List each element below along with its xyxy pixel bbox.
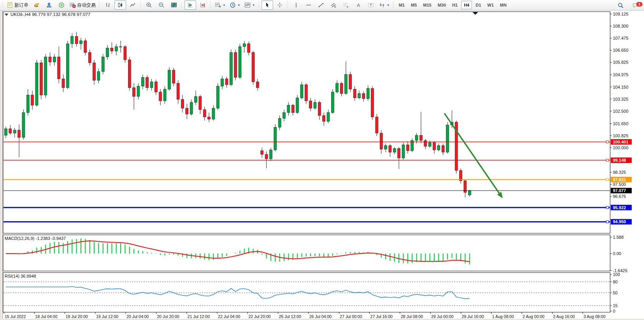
text-label-button[interactable]: T (365, 0, 377, 10)
zoom-in-button[interactable] (143, 0, 155, 10)
svg-text:103.325: 103.325 (613, 97, 628, 101)
dropdown-caret-icon: ▼ (252, 3, 255, 7)
svg-text:F: F (347, 6, 348, 9)
svg-text:108.300: 108.300 (613, 24, 628, 28)
dropdown-caret-icon: ▼ (223, 3, 226, 7)
candle (119, 47, 122, 47)
candle (71, 36, 74, 44)
arrows-button[interactable]: ▼ (377, 0, 391, 10)
candle (212, 108, 215, 119)
candle (353, 89, 356, 98)
charts-gold-button[interactable] (31, 0, 42, 10)
svg-text:18 Jul 20:00: 18 Jul 20:00 (66, 314, 88, 319)
price-chart-svg: 109.125108.300107.475106.650105.825104.9… (0, 10, 644, 320)
svg-text:19 Jul 12:00: 19 Jul 12:00 (96, 314, 118, 319)
svg-text:97.500: 97.500 (613, 182, 626, 187)
shapes-icon (379, 2, 385, 8)
candle (203, 110, 206, 117)
candle (300, 85, 303, 98)
candlestick-icon (117, 2, 123, 8)
candle (384, 145, 387, 149)
timeframe-m30-button[interactable]: M30 (435, 1, 449, 9)
candle (402, 145, 405, 158)
svg-text:104.150: 104.150 (613, 85, 628, 89)
candle (186, 108, 188, 114)
timeframe-h4-button[interactable]: H4 (461, 1, 472, 9)
horizontal-line-button[interactable] (303, 0, 314, 10)
algo-trading-button[interactable]: 自动交易 (68, 0, 97, 10)
main-plot-frame (3, 12, 610, 233)
candle (137, 86, 140, 96)
indicators-button[interactable]: ▼ (213, 0, 227, 10)
candle (239, 47, 241, 77)
signals-button[interactable] (56, 0, 67, 10)
svg-text:100: 100 (613, 272, 620, 277)
candle (243, 44, 246, 47)
text-button[interactable]: A (353, 0, 364, 10)
notifications-button[interactable]: 1 (630, 1, 641, 10)
community-button[interactable] (43, 0, 55, 10)
svg-text:3 Aug 08:00: 3 Aug 08:00 (584, 314, 605, 319)
svg-text:29 Jul 16:00: 29 Jul 16:00 (462, 314, 484, 319)
candle (367, 88, 369, 98)
timeframe-m1-button[interactable]: M1 (396, 1, 407, 9)
trendline-button[interactable] (315, 0, 327, 10)
candle (380, 133, 383, 149)
timeframe-d1-button[interactable]: D1 (473, 1, 484, 9)
candle (287, 105, 290, 113)
candle (305, 85, 307, 101)
candle (172, 70, 175, 83)
zoom-out-button[interactable] (156, 0, 167, 10)
candle (424, 140, 427, 146)
candle (234, 52, 237, 77)
timeframe-w1-button[interactable]: W1 (484, 1, 497, 9)
bar-chart-icon (105, 2, 111, 8)
svg-text:25 Jul 12:00: 25 Jul 12:00 (279, 314, 301, 319)
hline-icon (305, 2, 312, 8)
timeframe-mn-button[interactable]: MN (497, 1, 509, 9)
new-order-button-label: 新订单 (14, 2, 28, 9)
candle (274, 127, 277, 150)
auto-scroll-button[interactable] (184, 0, 196, 10)
svg-text:UKOil-,H4 96.779 97.132 96.67: UKOil-,H4 96.779 97.132 96.678 97.077 (11, 12, 90, 17)
svg-text:95.922: 95.922 (613, 205, 626, 210)
bar-chart-button[interactable] (102, 0, 114, 10)
candle (270, 150, 272, 159)
line-chart-button[interactable] (127, 0, 139, 10)
search-icon (618, 2, 624, 9)
equidistant-channel-button[interactable]: E (328, 0, 339, 10)
candlestick-button[interactable] (114, 0, 126, 10)
svg-text:104.975: 104.975 (613, 72, 628, 77)
templates-button[interactable]: ▼ (243, 0, 257, 10)
tile-windows-button[interactable] (168, 0, 180, 10)
candle (468, 191, 471, 195)
toolbar-right: 1 (614, 0, 642, 10)
chart-shift-button[interactable] (197, 0, 209, 10)
candle (216, 86, 219, 108)
toolbar-grip (287, 2, 288, 9)
main-toolbar: 新订单自动交易▼▼▼EFAT▼M1M5M15M30H1H4D1W1MN1 (0, 0, 644, 10)
notification-badge: 1 (636, 2, 643, 7)
toolbar-grip (181, 2, 182, 9)
fibonacci-button[interactable]: F (340, 0, 352, 10)
search-button[interactable] (615, 1, 626, 10)
candle (247, 44, 250, 52)
periods-button[interactable]: ▼ (228, 0, 242, 10)
candle (256, 82, 259, 87)
cursor-button[interactable] (261, 0, 273, 10)
svg-text:E: E (334, 5, 336, 8)
crosshair-button[interactable] (274, 0, 286, 10)
svg-text:107.475: 107.475 (613, 36, 628, 40)
timeframe-m15-button[interactable]: M15 (420, 1, 434, 9)
timeframe-h1-button[interactable]: H1 (449, 1, 460, 9)
candle (419, 135, 422, 140)
candle (128, 60, 131, 88)
svg-text:0.00: 0.00 (613, 251, 621, 256)
candle (252, 52, 254, 82)
new-order-button[interactable]: 新订单 (5, 0, 30, 10)
vertical-line-button[interactable] (290, 0, 302, 10)
dropdown-caret-icon: ▼ (387, 3, 390, 7)
svg-text:101.650: 101.650 (613, 121, 628, 126)
candle (150, 82, 153, 87)
timeframe-m5-button[interactable]: M5 (408, 1, 419, 9)
